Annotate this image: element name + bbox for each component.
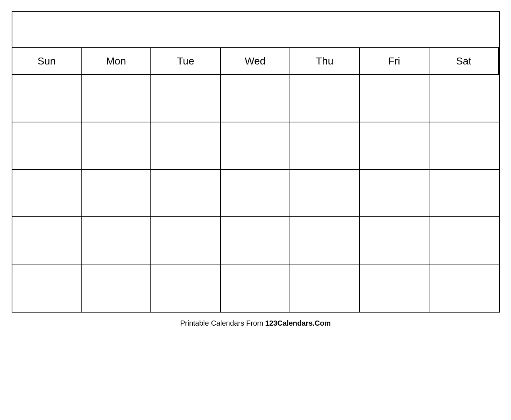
cell-row1-mon[interactable] bbox=[82, 75, 151, 122]
header-tue: Tue bbox=[151, 48, 221, 75]
cell-row5-tue[interactable] bbox=[151, 264, 221, 312]
calendar-grid: Sun Mon Tue Wed Thu Fri Sat bbox=[12, 48, 499, 312]
cell-row2-sat[interactable] bbox=[429, 122, 499, 170]
footer: Printable Calendars From 123Calendars.Co… bbox=[180, 319, 331, 327]
cell-row2-wed[interactable] bbox=[221, 122, 290, 170]
header-sun: Sun bbox=[12, 48, 82, 75]
cell-row4-fri[interactable] bbox=[360, 217, 429, 264]
cell-row3-sun[interactable] bbox=[12, 170, 82, 217]
cell-row2-fri[interactable] bbox=[360, 122, 429, 170]
cell-row1-sun[interactable] bbox=[12, 75, 82, 122]
header-wed: Wed bbox=[221, 48, 290, 75]
cell-row3-sat[interactable] bbox=[429, 170, 499, 217]
cell-row5-wed[interactable] bbox=[221, 264, 290, 312]
cell-row2-sun[interactable] bbox=[12, 122, 82, 170]
cell-row3-mon[interactable] bbox=[82, 170, 151, 217]
cell-row3-wed[interactable] bbox=[221, 170, 290, 217]
cell-row1-tue[interactable] bbox=[151, 75, 221, 122]
cell-row5-sun[interactable] bbox=[12, 264, 82, 312]
cell-row5-sat[interactable] bbox=[429, 264, 499, 312]
cell-row4-tue[interactable] bbox=[151, 217, 221, 264]
calendar-title-row bbox=[12, 12, 499, 48]
cell-row4-sat[interactable] bbox=[429, 217, 499, 264]
cell-row3-fri[interactable] bbox=[360, 170, 429, 217]
header-fri: Fri bbox=[360, 48, 429, 75]
cell-row2-thu[interactable] bbox=[290, 122, 360, 170]
cell-row1-wed[interactable] bbox=[221, 75, 290, 122]
header-thu: Thu bbox=[290, 48, 360, 75]
cell-row1-fri[interactable] bbox=[360, 75, 429, 122]
cell-row1-sat[interactable] bbox=[429, 75, 499, 122]
cell-row4-thu[interactable] bbox=[290, 217, 360, 264]
cell-row3-thu[interactable] bbox=[290, 170, 360, 217]
cell-row4-wed[interactable] bbox=[221, 217, 290, 264]
cell-row5-thu[interactable] bbox=[290, 264, 360, 312]
footer-normal-text: Printable Calendars From bbox=[180, 319, 265, 327]
header-sat: Sat bbox=[429, 48, 499, 75]
calendar-container: Sun Mon Tue Wed Thu Fri Sat bbox=[12, 11, 500, 313]
cell-row4-mon[interactable] bbox=[82, 217, 151, 264]
cell-row2-mon[interactable] bbox=[82, 122, 151, 170]
cell-row1-thu[interactable] bbox=[290, 75, 360, 122]
cell-row5-mon[interactable] bbox=[82, 264, 151, 312]
header-mon: Mon bbox=[82, 48, 151, 75]
cell-row2-tue[interactable] bbox=[151, 122, 221, 170]
cell-row5-fri[interactable] bbox=[360, 264, 429, 312]
cell-row4-sun[interactable] bbox=[12, 217, 82, 264]
cell-row3-tue[interactable] bbox=[151, 170, 221, 217]
footer-bold-text: 123Calendars.Com bbox=[265, 319, 331, 327]
